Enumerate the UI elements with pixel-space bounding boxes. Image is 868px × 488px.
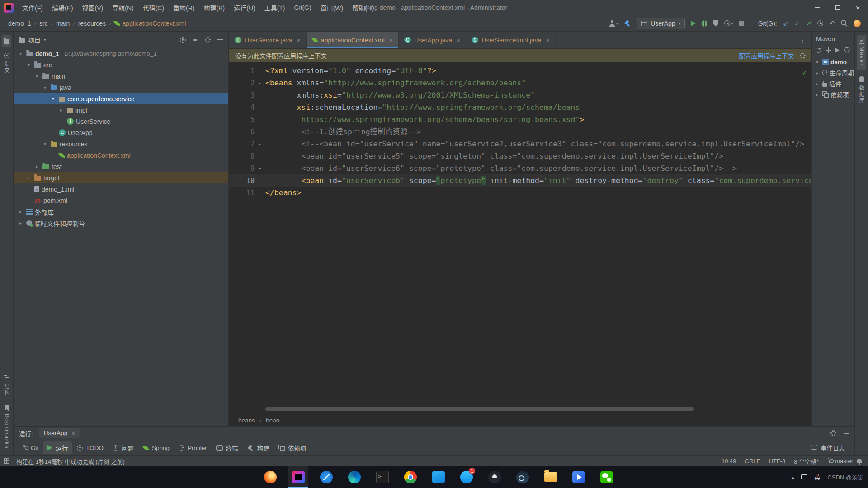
code-line[interactable]: 10 <bean id="userService6" scope="protot… — [229, 174, 811, 187]
expanded-chevron-icon[interactable]: ▾ — [33, 74, 40, 79]
tree-item[interactable]: applicationContext.xml — [14, 150, 228, 161]
tree-item[interactable]: ▸impl — [14, 104, 228, 116]
code-line[interactable]: 11</beans> — [229, 187, 811, 199]
expanded-chevron-icon[interactable]: ▾ — [42, 85, 48, 90]
tree-item[interactable]: ▾src — [14, 59, 228, 70]
banner-gear-icon[interactable] — [800, 53, 806, 59]
taskbar-explorer[interactable] — [541, 466, 561, 488]
ime-indicator[interactable]: 英 — [814, 473, 820, 481]
tree-item[interactable]: ▾demo_1D:\java\work\spring demo\demo_1 — [14, 48, 228, 59]
tool-window-button-结构[interactable]: 结构 — [1, 372, 12, 399]
menubar-item[interactable]: 构建(B) — [199, 0, 230, 15]
breadcrumb-file[interactable]: applicationContext.xml — [114, 20, 186, 27]
maven-add-icon[interactable] — [826, 47, 831, 53]
code-line[interactable]: 9▾ <bean id="userService6" scope="protot… — [229, 162, 811, 174]
maximize-button[interactable] — [827, 0, 848, 15]
tree-item[interactable]: ▾com.superdemo.service — [14, 93, 228, 104]
undo-button[interactable]: ↶ — [829, 20, 835, 27]
close-tab-icon[interactable]: × — [546, 37, 550, 44]
code-line[interactable]: 8 <bean id="userService5" scope="singlet… — [229, 150, 811, 162]
tree-item[interactable]: demo_1.iml — [14, 183, 228, 195]
tool-window-button-Bookmarks[interactable]: Bookmarks — [2, 402, 11, 452]
tool-window-button-Spring[interactable]: Spring — [139, 443, 174, 453]
code-line[interactable]: 2▾<beans xmlns="http://www.springframewo… — [229, 77, 811, 89]
code-line[interactable]: 5 https://www.springframework.org/schema… — [229, 113, 811, 126]
profiler-button[interactable]: ▾ — [724, 20, 733, 26]
run-tab[interactable]: UserApp × — [39, 428, 80, 438]
taskbar-tim[interactable]: 1 — [457, 466, 476, 488]
maven-refresh-icon[interactable] — [816, 47, 821, 53]
collapsed-chevron-icon[interactable]: ▸ — [33, 164, 40, 169]
debug-button[interactable] — [702, 20, 707, 27]
taskbar-github[interactable] — [485, 466, 505, 488]
tree-item[interactable]: UserService — [14, 116, 228, 127]
collapsed-chevron-icon[interactable]: ▸ — [17, 221, 24, 225]
horizontal-scrollbar[interactable] — [265, 407, 694, 411]
editor-tab[interactable]: applicationContext.xml× — [307, 32, 399, 48]
fold-icon[interactable]: ▾ — [255, 81, 265, 85]
tool-window-button-事件日志[interactable]: 事件日志 — [807, 441, 849, 454]
gear-icon[interactable] — [205, 37, 211, 43]
expanded-chevron-icon[interactable]: ▾ — [17, 51, 24, 56]
collapsed-chevron-icon[interactable]: ▸ — [814, 81, 821, 86]
taskbar-firefox[interactable] — [260, 466, 280, 488]
menubar-item[interactable]: 编辑(E) — [47, 0, 78, 15]
tree-item[interactable]: ▾java — [14, 82, 228, 93]
collapsed-chevron-icon[interactable]: ▸ — [17, 209, 24, 214]
editor-tab[interactable]: UserApp.java× — [399, 32, 466, 48]
menubar-item[interactable]: 工具(T) — [260, 0, 290, 15]
tool-window-button-依赖项[interactable]: 依赖项 — [274, 441, 311, 454]
git-update-button[interactable]: ↙ — [783, 20, 789, 27]
maven-project-row[interactable]: ▾demo — [812, 56, 854, 67]
hide-run-panel-icon[interactable] — [844, 433, 849, 434]
taskbar-steam[interactable] — [513, 466, 533, 488]
select-opened-file-icon[interactable] — [180, 37, 186, 43]
fold-icon[interactable]: ▾ — [255, 142, 265, 146]
code-editor[interactable]: 1<?xml version="1.0" encoding="UTF-8"?>2… — [229, 62, 811, 414]
close-tab-icon[interactable]: × — [389, 37, 393, 44]
menubar-item[interactable]: 窗口(W) — [316, 0, 348, 15]
close-tab-icon[interactable]: × — [297, 37, 301, 44]
maven-item[interactable]: ▸依赖项 — [812, 89, 854, 100]
tree-item[interactable]: ▾main — [14, 70, 228, 82]
minimize-button[interactable] — [807, 0, 827, 15]
history-button[interactable] — [817, 20, 823, 26]
tray-expand-icon[interactable]: ▴ — [792, 474, 794, 479]
menubar-item[interactable]: 文件(F) — [18, 0, 47, 15]
collapsed-chevron-icon[interactable]: ▸ — [25, 175, 32, 180]
search-everywhere-button[interactable] — [841, 20, 848, 27]
tool-window-button-构建[interactable]: 构建 — [243, 441, 274, 454]
code-line[interactable]: 6 <!--1.创建spring控制的资源--> — [229, 126, 811, 138]
profile-button[interactable]: ▾ — [609, 20, 618, 27]
breadcrumb-item[interactable]: src — [39, 20, 48, 27]
code-line[interactable]: 3 xmlns:xsi="http://www.w3.org/2001/XMLS… — [229, 89, 811, 101]
collapse-all-icon[interactable] — [193, 37, 198, 43]
tree-item[interactable]: ▸外部库 — [14, 206, 228, 217]
status-indent-style[interactable]: 8 个空格* — [794, 457, 819, 465]
tree-item[interactable]: ▸临时文件和控制台 — [14, 217, 228, 229]
run-settings-icon[interactable] — [830, 430, 836, 436]
maven-settings-icon[interactable] — [844, 47, 850, 53]
tool-window-button-数据库[interactable]: 数据库 — [856, 73, 867, 107]
editor-tab[interactable]: UserService.java× — [229, 32, 307, 48]
menubar-item[interactable]: 代码(C) — [138, 0, 169, 15]
menubar-item[interactable]: 运行(U) — [229, 0, 259, 15]
breadcrumb-item[interactable]: main — [56, 20, 70, 27]
code-line[interactable]: 1<?xml version="1.0" encoding="UTF-8"?> — [229, 65, 811, 77]
hide-panel-icon[interactable] — [217, 39, 223, 40]
collapsed-chevron-icon[interactable]: ▸ — [814, 92, 821, 97]
tool-window-button-project-tool[interactable] — [2, 35, 11, 47]
editor-tab[interactable]: UserServiceImpl.java× — [466, 32, 555, 48]
tool-window-button-提交[interactable]: 提交 — [1, 50, 12, 77]
expanded-chevron-icon[interactable]: ▾ — [50, 96, 57, 101]
status-line-separator[interactable]: CRLF — [745, 458, 760, 465]
menubar-item[interactable]: Git(G) — [290, 0, 316, 15]
fold-icon[interactable]: ▾ — [255, 166, 265, 171]
tool-window-button-问题[interactable]: 问题 — [108, 441, 138, 454]
taskbar-potplayer[interactable] — [569, 466, 589, 488]
collapsed-chevron-icon[interactable]: ▸ — [814, 70, 821, 75]
tree-item[interactable]: ▸test — [14, 161, 228, 172]
tray-app-icon[interactable] — [801, 474, 807, 479]
coverage-button[interactable] — [713, 20, 718, 27]
menubar-item[interactable]: 导航(N) — [108, 0, 138, 15]
